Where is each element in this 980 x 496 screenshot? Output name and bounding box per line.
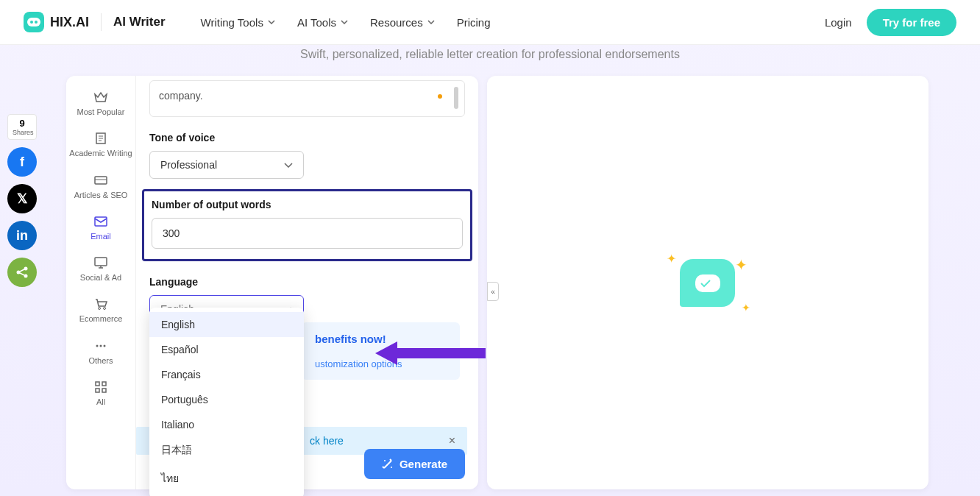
- share-count-label: Shares: [13, 129, 32, 136]
- svg-point-5: [24, 274, 28, 278]
- login-link[interactable]: Login: [825, 16, 852, 29]
- sidebar-item-ecommerce[interactable]: Ecommerce: [66, 290, 135, 331]
- sidebar-label: Articles & SEO: [74, 190, 128, 200]
- svg-rect-16: [102, 382, 106, 386]
- language-option-espanol[interactable]: Español: [149, 337, 304, 362]
- svg-rect-7: [95, 177, 107, 184]
- sidebar-label: Most Popular: [77, 107, 125, 117]
- tagline: Swift, personalized, reliable letter cre…: [0, 48, 980, 61]
- chevron-down-icon: [268, 20, 275, 24]
- sidebar-item-email[interactable]: Email: [66, 208, 135, 249]
- sidebar-item-social[interactable]: Social & Ad: [66, 249, 135, 290]
- language-label: Language: [149, 276, 465, 288]
- monitor-icon: [93, 256, 108, 269]
- generate-button[interactable]: Generate: [364, 449, 465, 479]
- divider: [101, 13, 102, 31]
- language-option-francais[interactable]: Français: [149, 362, 304, 387]
- nav-label: Pricing: [457, 16, 491, 29]
- sidebar-item-all[interactable]: All: [66, 373, 135, 414]
- chevron-down-icon: [427, 20, 435, 24]
- logo[interactable]: HIX.AI: [24, 12, 89, 32]
- nav: Writing Tools AI Tools Resources Pricing: [201, 16, 491, 29]
- svg-point-2: [35, 21, 38, 24]
- tone-select[interactable]: Professional: [149, 151, 304, 179]
- sparkle-icon: ✦: [742, 302, 750, 313]
- left-panel: Most Popular Academic Writing Articles &…: [66, 76, 478, 489]
- svg-rect-0: [27, 18, 40, 26]
- logo-text: HIX.AI: [50, 15, 89, 30]
- share-facebook-button[interactable]: f: [7, 147, 37, 177]
- share-bar: 9 Shares f 𝕏 in: [7, 114, 37, 287]
- sidebar-label: All: [96, 397, 105, 407]
- language-option-portugues[interactable]: Português: [149, 387, 304, 412]
- sidebar-label: Social & Ad: [80, 272, 121, 283]
- svg-point-1: [30, 21, 33, 24]
- svg-point-12: [96, 344, 99, 347]
- form-area: company. Tone of voice Professional Numb…: [136, 76, 478, 489]
- language-option-polski[interactable]: Polski: [149, 493, 304, 496]
- collapse-toggle[interactable]: «: [487, 282, 499, 301]
- chevron-down-icon: [341, 20, 348, 24]
- nav-label: AI Tools: [297, 16, 336, 29]
- svg-point-14: [104, 344, 106, 347]
- scrollbar[interactable]: [454, 87, 458, 109]
- svg-point-3: [17, 271, 21, 274]
- tone-label: Tone of voice: [149, 132, 465, 144]
- sparkle-icon: ✦: [735, 256, 748, 274]
- language-option-english[interactable]: English: [149, 312, 304, 337]
- nav-pricing[interactable]: Pricing: [457, 16, 491, 29]
- svg-rect-18: [102, 389, 106, 392]
- sparkle-icon: ✦: [667, 252, 676, 266]
- sidebar-item-most-popular[interactable]: Most Popular: [66, 83, 135, 124]
- magic-wand-icon: [382, 458, 394, 470]
- mascot: ✦ ✦ ✦: [671, 253, 745, 312]
- sidebar: Most Popular Academic Writing Articles &…: [66, 76, 136, 489]
- card-icon: [93, 174, 108, 187]
- help-text[interactable]: ck here: [310, 435, 344, 447]
- status-dot: [438, 94, 442, 99]
- svg-rect-17: [96, 389, 99, 392]
- sidebar-item-academic[interactable]: Academic Writing: [66, 124, 135, 166]
- language-option-thai[interactable]: ไทย: [149, 464, 304, 493]
- help-close-button[interactable]: ×: [449, 434, 455, 447]
- nav-ai-tools[interactable]: AI Tools: [297, 16, 348, 29]
- svg-point-21: [391, 467, 392, 468]
- text-preview[interactable]: company.: [149, 80, 465, 117]
- share-linkedin-button[interactable]: in: [7, 221, 37, 250]
- share-count-num: 9: [13, 118, 32, 129]
- main-container: Most Popular Academic Writing Articles &…: [66, 76, 928, 489]
- svg-point-4: [24, 267, 28, 271]
- nav-label: Resources: [370, 16, 423, 29]
- share-sharethis-button[interactable]: [7, 258, 37, 287]
- language-option-japanese[interactable]: 日本語: [149, 437, 304, 464]
- svg-rect-15: [96, 382, 99, 386]
- grid-icon: [93, 380, 108, 394]
- tone-value: Professional: [160, 159, 217, 171]
- words-label: Number of output words: [152, 199, 463, 210]
- svg-rect-9: [95, 258, 107, 266]
- language-option-italiano[interactable]: Italiano: [149, 412, 304, 437]
- sidebar-item-others[interactable]: Others: [66, 332, 135, 373]
- try-free-button[interactable]: Try for free: [867, 9, 956, 36]
- words-input[interactable]: [152, 218, 463, 249]
- cart-icon: [93, 297, 108, 311]
- nav-writing-tools[interactable]: Writing Tools: [201, 16, 275, 29]
- nav-resources[interactable]: Resources: [370, 16, 435, 29]
- language-dropdown: English Español Français Português Itali…: [149, 308, 304, 496]
- sidebar-label: Email: [90, 231, 111, 241]
- sidebar-label: Academic Writing: [69, 148, 132, 158]
- header-subtitle[interactable]: AI Writer: [113, 15, 166, 29]
- chevron-down-icon: [284, 163, 293, 168]
- header-right: Login Try for free: [825, 9, 956, 36]
- header: HIX.AI AI Writer Writing Tools AI Tools …: [0, 0, 980, 45]
- document-icon: [93, 132, 108, 145]
- words-highlighted-section: Number of output words: [142, 189, 472, 261]
- sidebar-item-articles[interactable]: Articles & SEO: [66, 166, 135, 208]
- svg-rect-8: [95, 217, 107, 226]
- svg-point-10: [99, 308, 101, 310]
- generate-label: Generate: [400, 458, 447, 470]
- share-count: 9 Shares: [7, 114, 37, 140]
- mascot-body: [680, 259, 735, 307]
- text-preview-content: company.: [159, 90, 203, 102]
- share-x-button[interactable]: 𝕏: [7, 184, 37, 213]
